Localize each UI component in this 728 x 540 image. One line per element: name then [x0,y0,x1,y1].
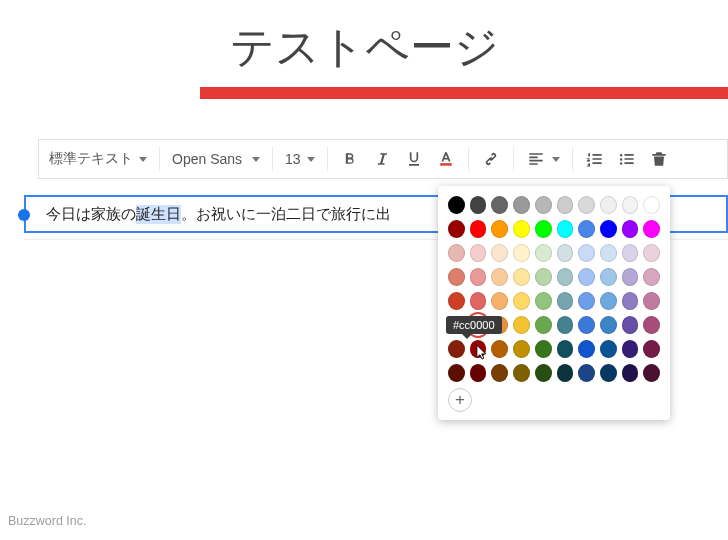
color-swatch[interactable] [448,196,465,214]
color-swatch[interactable] [470,220,487,238]
color-swatch[interactable] [535,244,552,262]
color-swatch[interactable] [578,292,595,310]
add-custom-color-button[interactable]: + [448,388,472,412]
color-swatch[interactable] [491,268,508,286]
color-swatch[interactable] [513,340,530,358]
color-swatch[interactable] [448,364,465,382]
color-swatch[interactable] [535,340,552,358]
color-swatch[interactable] [557,268,574,286]
color-swatch[interactable] [513,316,530,334]
block-handle[interactable] [18,209,30,221]
color-swatch[interactable] [578,244,595,262]
color-swatch[interactable] [491,292,508,310]
color-swatch[interactable] [513,268,530,286]
bold-button[interactable] [334,144,366,174]
color-swatch[interactable] [600,220,617,238]
separator [327,147,328,171]
color-swatch[interactable] [557,220,574,238]
color-swatch[interactable] [600,364,617,382]
color-swatch[interactable] [470,292,487,310]
color-swatch[interactable] [622,364,639,382]
color-swatch[interactable] [448,292,465,310]
color-swatch[interactable] [535,196,552,214]
delete-button[interactable] [643,144,675,174]
color-swatch[interactable] [557,340,574,358]
style-dropdown[interactable]: 標準テキスト [43,144,153,174]
color-swatch[interactable] [448,268,465,286]
color-swatch[interactable] [622,268,639,286]
color-swatch[interactable] [622,244,639,262]
color-swatch[interactable] [578,268,595,286]
color-swatch[interactable] [470,244,487,262]
color-swatch[interactable] [600,244,617,262]
text-selected: 誕生日 [136,205,181,224]
color-swatch[interactable] [535,316,552,334]
color-swatch[interactable] [491,364,508,382]
color-swatch[interactable] [643,364,660,382]
color-swatch[interactable] [448,220,465,238]
bulleted-list-button[interactable] [611,144,643,174]
align-dropdown[interactable] [520,144,566,174]
color-swatch[interactable] [578,340,595,358]
color-swatch[interactable] [513,244,530,262]
color-swatch[interactable] [578,196,595,214]
link-button[interactable] [475,144,507,174]
color-swatch[interactable] [491,220,508,238]
color-swatch[interactable] [513,196,530,214]
underline-icon [404,149,424,169]
size-dropdown[interactable]: 13 [279,144,321,174]
color-swatch[interactable] [535,292,552,310]
color-swatch[interactable] [535,220,552,238]
numbered-list-button[interactable] [579,144,611,174]
color-swatch[interactable] [513,364,530,382]
color-swatch[interactable] [557,196,574,214]
color-swatch[interactable] [557,244,574,262]
color-swatch[interactable] [622,196,639,214]
color-swatch[interactable] [491,244,508,262]
color-swatch[interactable] [513,220,530,238]
text-color-button[interactable] [430,144,462,174]
color-swatch[interactable] [513,292,530,310]
color-swatch[interactable] [557,316,574,334]
color-swatch[interactable] [578,316,595,334]
chevron-down-icon [552,157,560,162]
italic-button[interactable] [366,144,398,174]
separator [572,147,573,171]
color-swatch[interactable] [622,340,639,358]
color-swatch[interactable] [643,292,660,310]
color-swatch[interactable] [643,220,660,238]
color-swatch[interactable] [557,292,574,310]
color-swatch[interactable] [578,220,595,238]
color-swatch[interactable] [600,292,617,310]
toolbar: 標準テキスト Open Sans 13 [38,139,728,179]
color-swatch[interactable] [622,316,639,334]
color-swatch[interactable] [643,244,660,262]
color-swatch[interactable] [600,316,617,334]
color-swatch[interactable] [643,316,660,334]
color-swatch[interactable] [535,268,552,286]
color-swatch[interactable] [470,364,487,382]
style-label: 標準テキスト [49,150,133,168]
color-swatch[interactable] [470,340,487,358]
color-swatch[interactable] [448,340,465,358]
color-swatch[interactable] [470,268,487,286]
underline-button[interactable] [398,144,430,174]
color-swatch[interactable] [622,292,639,310]
color-swatch[interactable] [470,196,487,214]
color-swatch[interactable] [491,340,508,358]
color-swatch[interactable] [557,364,574,382]
color-swatch[interactable] [622,220,639,238]
color-swatch[interactable] [600,268,617,286]
color-swatch[interactable] [600,196,617,214]
color-swatch[interactable] [578,364,595,382]
separator [159,147,160,171]
color-swatch[interactable] [643,196,660,214]
color-swatch[interactable] [491,196,508,214]
color-swatch[interactable] [448,244,465,262]
color-swatch[interactable] [643,268,660,286]
color-swatch[interactable] [535,364,552,382]
plus-icon: + [455,390,465,410]
color-swatch[interactable] [643,340,660,358]
color-swatch[interactable] [600,340,617,358]
font-dropdown[interactable]: Open Sans [166,144,266,174]
